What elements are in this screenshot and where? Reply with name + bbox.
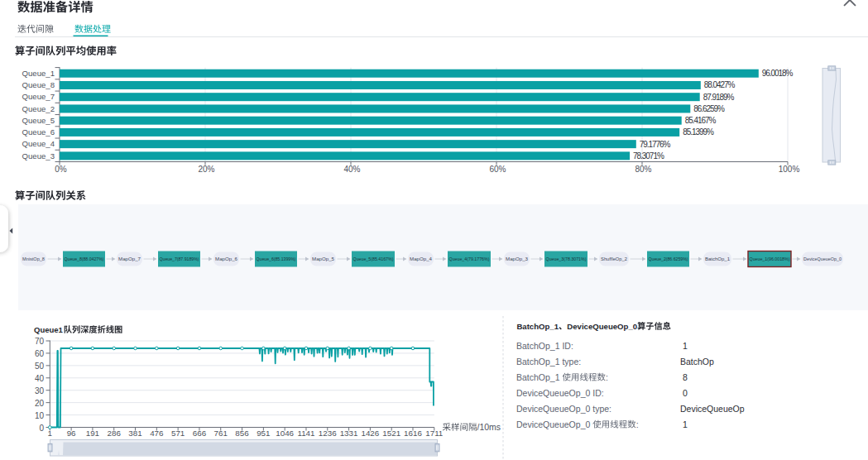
- svg-text:70: 70: [35, 337, 45, 346]
- svg-text:BatchOp_1 type:: BatchOp_1 type:: [516, 357, 581, 367]
- svg-text:286: 286: [108, 429, 122, 438]
- svg-text:761: 761: [214, 429, 228, 438]
- svg-text:86.6259%: 86.6259%: [693, 104, 725, 113]
- svg-text:79.1776%: 79.1776%: [640, 140, 671, 149]
- svg-text:MapOp_7: MapOp_7: [118, 256, 141, 261]
- svg-text:DeviceQueueOp_0: DeviceQueueOp_0: [567, 322, 637, 331]
- svg-text:20: 20: [35, 399, 45, 408]
- svg-text:20%: 20%: [198, 165, 214, 174]
- svg-text:Queue_1(96.0018%): Queue_1(96.0018%): [750, 256, 790, 261]
- svg-text:Queue_4: Queue_4: [22, 139, 55, 148]
- svg-text:BatchOp_1: BatchOp_1: [516, 322, 559, 331]
- svg-text:30: 30: [35, 386, 45, 395]
- svg-text::: :: [606, 372, 608, 382]
- svg-text:BatchOp_1 ID:: BatchOp_1 ID:: [516, 341, 573, 351]
- svg-text:1426: 1426: [361, 429, 379, 438]
- svg-text:1141: 1141: [297, 429, 314, 438]
- svg-text:80%: 80%: [635, 165, 651, 174]
- svg-text:Queue_3: Queue_3: [22, 151, 55, 161]
- svg-text:88.0427%: 88.0427%: [704, 80, 736, 89]
- svg-text:60: 60: [35, 349, 45, 358]
- svg-text:Queue_1: Queue_1: [22, 69, 55, 78]
- svg-text:MapOp_5: MapOp_5: [312, 256, 335, 261]
- svg-text:Queue_6(85.1399%): Queue_6(85.1399%): [257, 256, 296, 261]
- svg-text:10: 10: [35, 411, 45, 420]
- svg-text:DeviceQueueOp_0 ID:: DeviceQueueOp_0 ID:: [516, 388, 604, 398]
- svg-text:1: 1: [48, 429, 52, 438]
- svg-text:MapOp_3: MapOp_3: [506, 256, 529, 261]
- svg-text:191: 191: [86, 429, 99, 438]
- svg-text:Queue_8(88.0427%): Queue_8(88.0427%): [65, 256, 104, 261]
- svg-text:40%: 40%: [343, 165, 360, 174]
- svg-text:/10ms: /10ms: [477, 422, 501, 432]
- svg-text:1: 1: [683, 341, 688, 351]
- svg-text:DeviceQueueOp: DeviceQueueOp: [680, 404, 745, 414]
- svg-text:MnistOp_8: MnistOp_8: [22, 256, 45, 261]
- svg-text:1521: 1521: [382, 429, 400, 438]
- svg-text:Queue_5(85.4167%): Queue_5(85.4167%): [353, 256, 394, 261]
- svg-text:60%: 60%: [489, 165, 506, 174]
- svg-text:1711: 1711: [425, 429, 443, 438]
- svg-text:Queue_7(87.9189%): Queue_7(87.9189%): [160, 256, 199, 261]
- svg-text:Queue_5: Queue_5: [22, 116, 55, 125]
- svg-text:Queue_2(86.6259%): Queue_2(86.6259%): [649, 256, 688, 261]
- svg-text:1046: 1046: [276, 429, 294, 438]
- svg-text:571: 571: [171, 429, 185, 438]
- svg-text:1236: 1236: [319, 429, 337, 438]
- svg-text:50: 50: [35, 362, 45, 371]
- svg-text:87.9189%: 87.9189%: [703, 93, 735, 102]
- svg-text:1331: 1331: [340, 429, 358, 438]
- svg-text:BatchOp_1: BatchOp_1: [516, 372, 560, 382]
- svg-text:Queue_3(78.3071%): Queue_3(78.3071%): [546, 256, 587, 261]
- svg-text:0%: 0%: [55, 165, 67, 174]
- svg-text:Queue_6: Queue_6: [22, 127, 55, 137]
- svg-text:1616: 1616: [404, 429, 422, 438]
- svg-text:100%: 100%: [779, 165, 800, 174]
- svg-text:Queue1: Queue1: [34, 325, 64, 334]
- svg-text:MapOp_4: MapOp_4: [410, 256, 433, 261]
- svg-text:96: 96: [67, 429, 76, 438]
- svg-text:ShuffleOp_2: ShuffleOp_2: [601, 256, 627, 261]
- svg-text:476: 476: [150, 429, 164, 438]
- svg-text:951: 951: [257, 429, 270, 438]
- svg-text:BatchOp_1: BatchOp_1: [705, 256, 731, 261]
- svg-text:Queue_7: Queue_7: [22, 92, 55, 101]
- svg-text:0: 0: [39, 424, 44, 433]
- svg-text:DeviceQueueOp_0 type:: DeviceQueueOp_0 type:: [516, 404, 611, 414]
- svg-text:MapOp_6: MapOp_6: [215, 256, 238, 261]
- svg-text:40: 40: [35, 374, 45, 383]
- svg-text:BatchOp: BatchOp: [680, 357, 714, 367]
- svg-text:Queue_4(79.1776%): Queue_4(79.1776%): [449, 256, 490, 261]
- svg-text:DeviceQueueOp_0: DeviceQueueOp_0: [516, 419, 590, 429]
- svg-text:78.3071%: 78.3071%: [633, 151, 664, 161]
- svg-text::: :: [636, 419, 639, 429]
- svg-text:1: 1: [683, 419, 688, 429]
- svg-text:Queue_2: Queue_2: [22, 104, 55, 113]
- svg-text:856: 856: [235, 429, 249, 438]
- svg-text:381: 381: [128, 429, 141, 438]
- svg-text:DeviceQueueOp_0: DeviceQueueOp_0: [803, 256, 842, 261]
- svg-text:96.0018%: 96.0018%: [762, 69, 794, 78]
- svg-text:85.1399%: 85.1399%: [683, 127, 714, 137]
- svg-text:Queue_8: Queue_8: [22, 80, 55, 89]
- svg-text:0: 0: [683, 388, 688, 398]
- svg-text:8: 8: [683, 372, 688, 382]
- svg-text:85.4167%: 85.4167%: [685, 116, 717, 125]
- svg-text:666: 666: [193, 429, 207, 438]
